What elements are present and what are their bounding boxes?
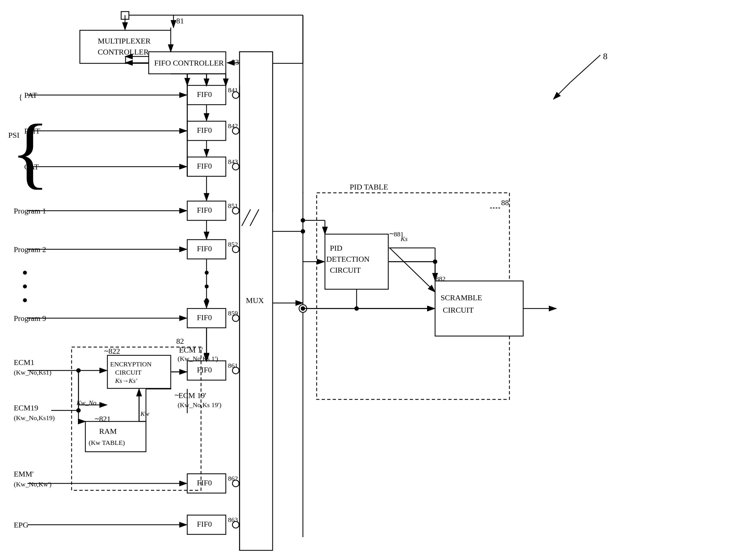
program1-label: Program 1 — [14, 207, 46, 215]
ref81-label: 81 — [176, 17, 184, 25]
psi-brace: { — [11, 108, 49, 196]
ecm1prime-params: (Kw_No,Ks 1') — [178, 355, 218, 362]
fifo-842-output — [233, 128, 239, 134]
fifo-861-label: FIF0 — [197, 366, 212, 374]
ks-to-scramble — [389, 248, 435, 292]
pat-label: PAT — [24, 91, 37, 99]
enc-label1: ENCRYPTION — [110, 361, 152, 368]
pid-det-label2: DETECTION — [326, 255, 369, 263]
enc-label2: CIRCUIT — [115, 369, 142, 376]
tilde-881: ∼ — [389, 230, 394, 237]
ram-box — [85, 421, 146, 452]
tilde-822: ∼ — [104, 347, 109, 355]
ks-label: Ks — [400, 235, 407, 242]
emm-label: EMM' — [14, 470, 34, 478]
fifo-863-output — [233, 521, 239, 528]
ref821-label: 821 — [99, 415, 111, 423]
ref88-label: 88 — [501, 198, 509, 207]
multiplexer-controller-label1: MULTIPLEXER — [98, 37, 151, 45]
multiplexer-controller-label2: CONTROLLER — [98, 48, 149, 56]
tilde-ecm19: ∼ — [174, 391, 180, 399]
fifo-843-label: FIF0 — [197, 162, 212, 170]
kw-label: Kw — [140, 410, 149, 417]
ecm19prime-label: ECM 19' — [179, 391, 206, 400]
fifo-859-label: FIF0 — [197, 313, 212, 322]
fifo-862-label: FIF0 — [197, 478, 212, 487]
ref8-arrow — [553, 83, 570, 99]
enc-label3: Ks→Ks' — [115, 377, 137, 384]
fifo-controller-label: FIFO CONTROLLER — [154, 59, 224, 67]
fifo-852-label: FIF0 — [197, 244, 212, 253]
ref82-label: 82 — [176, 337, 184, 345]
ref8-line — [570, 55, 600, 83]
ecm19-dot — [76, 408, 81, 413]
fifo-843-output — [233, 163, 239, 170]
epg-label: EPG — [14, 521, 28, 529]
fifo-841-output — [233, 92, 239, 98]
ecm1-label: ECM1 — [14, 358, 34, 367]
fifo-841-label: FIF0 — [197, 90, 212, 99]
ecm19prime-params: (Kw_No,Ks 19') — [178, 401, 221, 408]
dots-left3: • — [22, 291, 28, 309]
scramble-label1: SCRAMBLE — [440, 293, 482, 302]
pid-table-label: PID TABLE — [350, 183, 388, 191]
dot-main-800 — [301, 218, 305, 223]
fifo-859-output — [233, 315, 239, 321]
pid-det-label3: CIRCUIT — [330, 266, 361, 274]
fifo-862-output — [233, 480, 239, 487]
ecm1-params: (Kw_No,Ks1) — [14, 369, 52, 376]
ram-label1: RAM — [99, 427, 117, 435]
circuit-diagram: MULTIPLEXER CONTROLLER 81 FIFO CONTROLLE… — [0, 0, 730, 560]
ram-label2: (Kw TABLE) — [89, 439, 125, 446]
ecm19-params: (Kw_No,Ks19) — [14, 414, 55, 421]
ecm1prime-label: ECM 1' — [179, 346, 203, 354]
fifo-852-output — [233, 246, 239, 253]
pid-det-label1: PID — [330, 244, 342, 252]
program2-label: Program 2 — [14, 245, 46, 254]
fifo-851-label: FIF0 — [197, 206, 212, 214]
fifo-851-output — [233, 207, 239, 214]
scramble-label2: CIRCUIT — [443, 306, 474, 314]
dot-87 — [301, 229, 305, 234]
mux-label-center: MUX — [246, 296, 264, 305]
fifo-842-label: FIF0 — [197, 126, 212, 134]
program9-label: Program 9 — [14, 314, 46, 323]
brace-top: { — [19, 93, 22, 101]
emm-params: (Kw_No,Kw') — [14, 481, 52, 488]
ecm19-label: ECM19 — [14, 404, 38, 412]
fifo-863-label: FIF0 — [197, 520, 212, 528]
tilde-821: ∼ — [94, 415, 100, 422]
fifo-861-output — [233, 367, 239, 374]
ref8-label: 8 — [603, 51, 607, 61]
ref83-label: 83 — [231, 58, 239, 66]
ref822-label: 822 — [109, 347, 120, 355]
